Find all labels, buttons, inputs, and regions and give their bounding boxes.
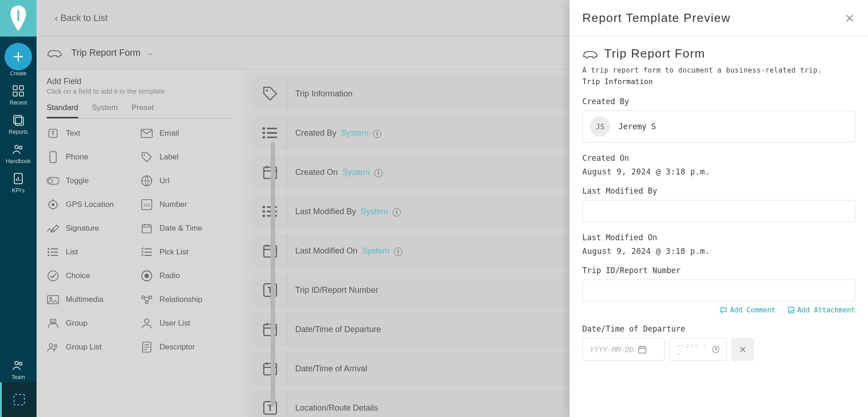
nav-create: Create — [5, 43, 32, 77]
field-number[interactable]: 123Number — [140, 198, 229, 211]
svg-point-25 — [48, 248, 49, 250]
svg-point-21 — [52, 203, 54, 206]
people-icon — [11, 143, 25, 156]
nav-reports[interactable]: Reports — [9, 113, 28, 135]
svg-point-16 — [144, 154, 145, 156]
x-icon — [739, 345, 747, 354]
date-input[interactable]: YYYY-MM-DD — [582, 338, 665, 361]
svg-rect-36 — [50, 319, 56, 323]
time-input[interactable]: --:-- -- — [669, 338, 727, 361]
info-icon[interactable]: i — [374, 169, 383, 177]
field-descriptor[interactable]: Descriptor — [140, 341, 229, 354]
svg-point-6 — [15, 145, 19, 149]
descriptor-icon — [140, 341, 153, 354]
field-picklist[interactable]: Pick List — [140, 246, 229, 259]
svg-rect-0 — [13, 86, 17, 90]
svg-point-37 — [144, 319, 149, 323]
svg-point-43 — [262, 132, 265, 134]
info-icon[interactable]: i — [394, 248, 402, 256]
label-created-on: Created On — [582, 153, 855, 163]
svg-point-9 — [15, 361, 19, 365]
clear-datetime-button[interactable] — [731, 338, 754, 361]
field-group[interactable]: Group — [47, 317, 136, 330]
svg-point-18 — [48, 179, 53, 183]
clock-icon — [712, 345, 720, 354]
svg-point-39 — [54, 344, 57, 347]
field-datetime[interactable]: Date & Time — [140, 222, 229, 235]
info-icon[interactable]: i — [373, 130, 381, 138]
field-grouplist[interactable]: Group List — [47, 341, 136, 354]
picklist-icon — [140, 246, 153, 259]
nav-bottom-active[interactable] — [0, 382, 37, 417]
svg-rect-5 — [16, 117, 24, 126]
nav-recent[interactable]: Recent — [10, 84, 27, 106]
preview-form-title: Trip Report Form — [604, 47, 705, 61]
svg-point-27 — [48, 254, 49, 256]
field-choice[interactable]: Choice — [47, 269, 136, 282]
add-attachment-link[interactable]: Add Attachment — [788, 306, 855, 314]
number-icon: 123 — [140, 198, 153, 211]
tab-system[interactable]: System — [92, 103, 118, 118]
svg-rect-4 — [14, 116, 22, 124]
svg-rect-56 — [788, 307, 794, 313]
field-label[interactable]: Label — [140, 151, 229, 164]
choice-icon — [47, 269, 59, 282]
field-multimedia[interactable]: Multimedia — [47, 293, 136, 306]
last-mod-by-input[interactable] — [582, 200, 855, 222]
svg-point-41 — [266, 90, 268, 91]
field-toggle[interactable]: Toggle — [47, 174, 136, 187]
dashed-rect-icon — [11, 392, 27, 407]
preview-panel-title: Report Template Preview — [582, 11, 731, 25]
created-by-box: JS Jeremy S — [582, 111, 855, 143]
field-userlist[interactable]: User List — [140, 317, 229, 330]
nav-team[interactable]: Team — [0, 359, 37, 380]
text-row-icon: T — [262, 400, 278, 416]
tab-standard[interactable]: Standard — [47, 103, 78, 118]
chevron-down-icon[interactable]: ⌄ — [147, 48, 153, 57]
calendar-row-icon — [262, 164, 278, 180]
preview-panel: Report Template Preview Trip Report Form… — [570, 0, 868, 417]
svg-rect-2 — [13, 92, 17, 96]
svg-point-28 — [48, 271, 58, 281]
field-radio[interactable]: Radio — [140, 269, 229, 282]
trip-id-input[interactable] — [582, 280, 855, 301]
back-link[interactable]: ‹ Back to List — [55, 13, 108, 23]
svg-point-26 — [48, 251, 49, 253]
svg-rect-14 — [141, 129, 152, 137]
field-email[interactable]: Email — [140, 127, 229, 140]
calendar-row-icon — [262, 321, 278, 338]
add-comment-link[interactable]: Add Comment — [720, 306, 775, 314]
toggle-icon — [47, 174, 59, 187]
label-dt-departure: Date/Time of Departure — [582, 324, 855, 333]
label-last-mod-by: Last Modified By — [582, 186, 855, 195]
create-button[interactable] — [5, 43, 32, 70]
target-icon — [47, 198, 59, 211]
field-signature[interactable]: Signature — [47, 222, 136, 235]
stack-icon — [11, 113, 25, 127]
email-icon — [140, 127, 153, 140]
signature-icon — [47, 222, 59, 235]
preview-description: A trip report form to document a busines… — [582, 66, 855, 74]
value-last-mod-on: August 9, 2024 @ 3:18 p.m. — [582, 247, 855, 256]
field-relationship[interactable]: Relationship — [140, 293, 229, 306]
field-text[interactable]: TText — [47, 127, 136, 140]
scrollbar-thumb[interactable] — [271, 142, 275, 406]
text-row-icon: T — [262, 282, 278, 298]
nav-kpis[interactable]: KPI's — [11, 172, 25, 194]
tag-icon — [262, 85, 278, 102]
info-icon[interactable]: i — [393, 208, 401, 216]
field-gps[interactable]: GPS Location — [47, 198, 136, 211]
field-phone[interactable]: Phone — [47, 151, 136, 164]
field-url[interactable]: Url — [140, 174, 229, 187]
field-list[interactable]: List — [47, 246, 136, 259]
field-palette: Add Field Click on a field to add it to … — [37, 69, 243, 417]
close-icon[interactable] — [844, 13, 855, 24]
car-icon — [47, 48, 63, 58]
svg-point-48 — [262, 215, 265, 217]
svg-text:T: T — [51, 130, 55, 137]
tab-preset[interactable]: Preset — [132, 103, 154, 118]
calendar-icon — [140, 222, 153, 235]
nav-handbook[interactable]: Handbook — [6, 143, 31, 164]
comment-icon — [720, 306, 727, 314]
phone-icon — [47, 151, 59, 164]
